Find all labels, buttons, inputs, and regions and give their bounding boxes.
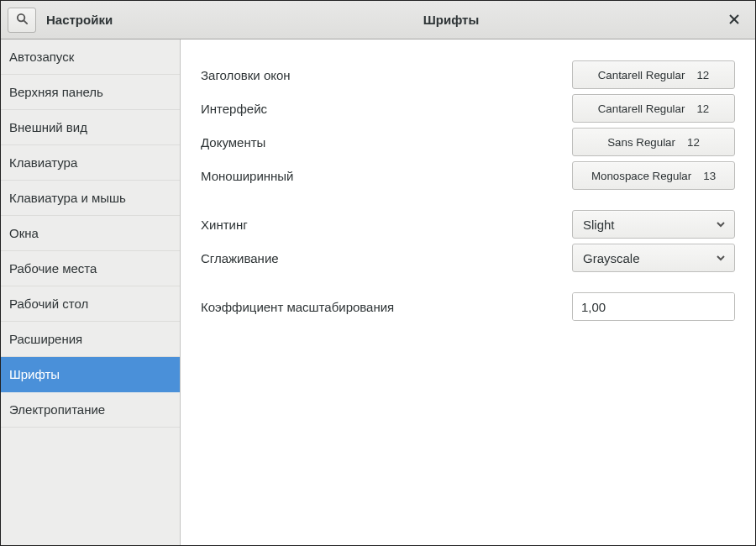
sidebar-item-5[interactable]: Окна	[1, 216, 180, 251]
sidebar-item-label: Рабочие места	[9, 261, 97, 276]
sidebar-item-label: Электропитание	[9, 402, 105, 417]
svg-line-1	[24, 20, 27, 24]
row-dropdown-0: ХинтингSlight	[201, 207, 735, 241]
row-font-2: ДокументыSans Regular12	[201, 125, 735, 159]
font-picker-button-2[interactable]: Sans Regular12	[572, 128, 735, 156]
font-row-label: Документы	[201, 135, 265, 150]
dropdown-0[interactable]: Slight	[572, 210, 735, 239]
font-row-label: Интерфейс	[201, 102, 267, 116]
font-picker-button-1[interactable]: Cantarell Regular12	[572, 94, 735, 123]
dropdown-value: Slight	[583, 218, 615, 232]
font-size: 12	[696, 102, 709, 115]
sidebar-item-6[interactable]: Рабочие места	[1, 251, 180, 286]
window-header: Настройки Шрифты	[1, 1, 755, 39]
sidebar-item-label: Внешний вид	[9, 120, 87, 134]
dropdown-value: Grayscale	[583, 251, 640, 265]
sidebar-item-2[interactable]: Внешний вид	[1, 110, 180, 145]
row-font-1: ИнтерфейсCantarell Regular12	[201, 92, 735, 125]
chevron-down-icon	[716, 218, 726, 232]
close-icon	[729, 11, 739, 29]
dropdown-row-label: Сглаживание	[201, 251, 279, 265]
search-icon	[16, 13, 29, 28]
font-row-label: Заголовки окон	[201, 68, 291, 82]
page-title: Шрифты	[181, 13, 722, 27]
sidebar-item-label: Автозапуск	[9, 50, 74, 64]
sidebar-item-8[interactable]: Расширения	[1, 322, 180, 357]
sidebar-item-7[interactable]: Рабочий стол	[1, 286, 180, 322]
sidebar-item-label: Шрифты	[9, 367, 60, 381]
sidebar-item-label: Клавиатура и мышь	[9, 191, 126, 205]
scale-spinbox: − +	[572, 292, 735, 321]
window-body: АвтозапускВерхняя панельВнешний видКлави…	[1, 39, 755, 545]
dropdown-row-label: Хинтинг	[201, 218, 248, 232]
row-scale-factor: Коэффициент масштабирования − +	[201, 290, 735, 323]
header-left: Настройки	[1, 8, 181, 33]
font-picker-button-3[interactable]: Monospace Regular13	[572, 161, 735, 190]
sidebar: АвтозапускВерхняя панельВнешний видКлави…	[1, 39, 181, 545]
header-right	[723, 9, 755, 31]
dropdown-1[interactable]: Grayscale	[572, 244, 735, 272]
sidebar-item-label: Рабочий стол	[9, 297, 88, 311]
sidebar-item-label: Клавиатура	[9, 155, 77, 170]
font-name: Monospace Regular	[591, 170, 691, 182]
font-picker-button-0[interactable]: Cantarell Regular12	[572, 60, 735, 89]
scale-input[interactable]	[573, 293, 735, 320]
font-name: Cantarell Regular	[598, 69, 685, 81]
search-button[interactable]	[8, 8, 36, 33]
row-font-0: Заголовки оконCantarell Regular12	[201, 58, 735, 92]
font-size: 12	[696, 69, 709, 81]
font-name: Cantarell Regular	[598, 102, 685, 115]
content-panel: Заголовки оконCantarell Regular12Интерфе…	[181, 39, 755, 545]
sidebar-item-3[interactable]: Клавиатура	[1, 145, 180, 181]
sidebar-item-10[interactable]: Электропитание	[1, 392, 180, 428]
sidebar-item-4[interactable]: Клавиатура и мышь	[1, 181, 180, 216]
sidebar-item-1[interactable]: Верхняя панель	[1, 75, 180, 110]
chevron-down-icon	[716, 251, 726, 265]
sidebar-item-0[interactable]: Автозапуск	[1, 39, 180, 75]
sidebar-item-label: Расширения	[9, 332, 82, 346]
font-size: 12	[687, 136, 700, 149]
app-title: Настройки	[46, 13, 113, 27]
sidebar-item-label: Верхняя панель	[9, 85, 103, 99]
scale-label: Коэффициент масштабирования	[201, 300, 394, 314]
close-button[interactable]	[723, 9, 745, 31]
font-size: 13	[703, 170, 716, 182]
row-font-3: МоноширинныйMonospace Regular13	[201, 159, 735, 192]
sidebar-item-9[interactable]: Шрифты	[1, 357, 180, 392]
font-name: Sans Regular	[607, 136, 675, 149]
settings-window: Настройки Шрифты АвтозапускВерхняя панел…	[1, 1, 755, 545]
font-row-label: Моноширинный	[201, 169, 294, 183]
row-dropdown-1: СглаживаниеGrayscale	[201, 241, 735, 275]
sidebar-item-label: Окна	[9, 226, 39, 240]
